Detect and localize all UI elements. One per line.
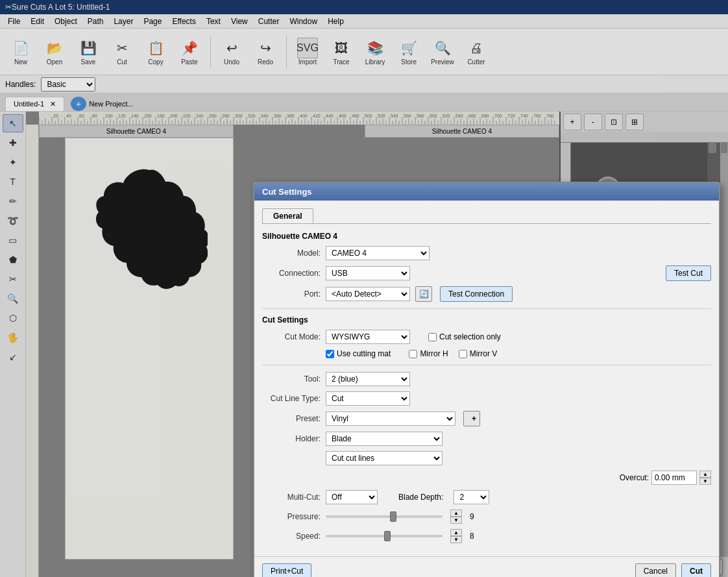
menu-path[interactable]: Path (82, 16, 109, 27)
transform-tool[interactable]: ✦ (3, 153, 23, 171)
test-cut-button[interactable]: Test Cut (666, 265, 711, 281)
open-button[interactable]: 📂 Open (39, 32, 70, 71)
use-mat-checkbox[interactable] (326, 350, 334, 358)
store-button[interactable]: 🛒 Store (393, 32, 424, 71)
pencil-tool[interactable]: ✏ (3, 192, 23, 210)
select-tool[interactable]: ↖ (3, 114, 23, 132)
trace-icon: 🖼 (331, 38, 352, 58)
cut-mode-select[interactable]: WYSIWYG Page Selection (326, 330, 410, 344)
toolbar-divider-2 (286, 36, 287, 68)
new-button[interactable]: 📄 New (5, 32, 36, 71)
save-button[interactable]: 💾 Save (73, 32, 104, 71)
import-button[interactable]: SVG Import (292, 32, 323, 71)
mirror-v-checkbox[interactable] (459, 350, 467, 358)
menu-file[interactable]: File (3, 16, 25, 27)
node-tool[interactable]: ✚ (3, 134, 23, 152)
multi-cut-select[interactable]: Off 2x 3x (326, 490, 378, 504)
preview-button[interactable]: 🔍 Preview (427, 32, 458, 71)
tool-select[interactable]: 2 (blue) 1 (red) (326, 372, 410, 386)
cut-mode-row: Cut Mode: WYSIWYG Page Selection Cut sel… (262, 330, 711, 344)
speed-down-button[interactable]: ▼ (450, 536, 462, 543)
speed-thumb[interactable] (384, 531, 391, 541)
svg-text:600: 600 (430, 114, 437, 118)
menu-help[interactable]: Help (322, 16, 349, 27)
new-project-label[interactable]: New Project... (89, 100, 133, 108)
cut-selection-checkbox[interactable] (428, 333, 437, 341)
menu-view[interactable]: View (226, 16, 253, 27)
pressure-up-button[interactable]: ▲ (450, 509, 462, 517)
menu-effects[interactable]: Effects (167, 16, 200, 27)
speed-up-button[interactable]: ▲ (450, 529, 462, 536)
overcut-down-button[interactable]: ▼ (699, 478, 711, 485)
cut-settings-dialog: Cut Settings General Silhouette CAMEO 4 … (253, 182, 720, 577)
preview-scrollbar-v-inner[interactable] (721, 143, 727, 153)
port-select[interactable]: <Auto Detect> (326, 287, 410, 301)
model-label: Model: (262, 249, 321, 258)
cut-line-type-select[interactable]: Cut Score Draw (326, 391, 410, 406)
cut-button[interactable]: ✂ Cut (106, 32, 138, 71)
connection-select[interactable]: USB Bluetooth (326, 266, 410, 280)
preview-zoom-in-button[interactable]: + (563, 114, 581, 130)
text-tool[interactable]: T (3, 173, 23, 191)
pan-tool[interactable]: 🖐 (3, 328, 23, 347)
menu-text[interactable]: Text (201, 16, 226, 27)
model-select[interactable]: CAMEO 4 CAMEO 3 Portrait 3 (326, 246, 430, 260)
cutter-button[interactable]: 🖨 Cutter (461, 32, 492, 71)
menu-cutter[interactable]: Cutter (253, 16, 285, 27)
refresh-button[interactable]: 🔄 (415, 286, 432, 302)
add-preset-button[interactable]: + (463, 411, 480, 426)
cut-cut-lines-select[interactable]: Cut cut lines Sketch cut lines (326, 451, 443, 465)
pressure-down-button[interactable]: ▼ (450, 517, 462, 524)
holder-select[interactable]: Blade Pen (326, 432, 443, 446)
blade-depth-select[interactable]: 2 1 3 4 5 (454, 490, 489, 504)
menu-page[interactable]: Page (138, 16, 167, 27)
mirror-h-checkbox[interactable] (409, 350, 417, 358)
tab-untitled[interactable]: Untitled-1 ✕ (5, 97, 64, 111)
menu-layer[interactable]: Layer (108, 16, 138, 27)
undo-icon: ↩ (221, 38, 242, 58)
rect-tool[interactable]: ▭ (3, 231, 23, 249)
preview-zoom-out-button[interactable]: - (584, 114, 602, 130)
new-project-icon[interactable]: + (71, 97, 86, 111)
preview-scrollbar-v-thumb[interactable] (709, 143, 716, 153)
poly-tool[interactable]: ⬡ (3, 309, 23, 327)
svg-text:100: 100 (105, 114, 113, 118)
cut-selection-label: Cut selection only (439, 332, 501, 341)
svg-text:700: 700 (494, 114, 502, 118)
menu-object[interactable]: Object (49, 16, 82, 27)
overcut-input[interactable] (651, 471, 697, 485)
preview-fit-button[interactable]: ⊡ (605, 114, 623, 130)
library-button[interactable]: 📚 Library (359, 32, 391, 71)
pressure-thumb[interactable] (390, 511, 396, 522)
tab-general[interactable]: General (262, 208, 313, 223)
color-tool[interactable]: ↙ (3, 348, 23, 366)
paste-button[interactable]: 📌 Paste (174, 32, 205, 71)
titlebar-icon: ✂ (5, 3, 12, 12)
redo-button[interactable]: ↪ Redo (250, 32, 281, 71)
eraser-tool[interactable]: ✂ (3, 270, 23, 288)
new-project-tab[interactable]: + New Project... (68, 97, 133, 111)
shape-tool[interactable]: ⬟ (3, 251, 23, 269)
svg-text:560: 560 (404, 114, 411, 118)
cut-action-button[interactable]: Cut (681, 563, 711, 577)
zoom-tool[interactable]: 🔍 (3, 289, 23, 308)
print-cut-button[interactable]: Print+Cut (262, 563, 311, 577)
svg-text:360: 360 (274, 114, 282, 118)
preview-scrollbar-v[interactable] (720, 143, 728, 548)
menu-window[interactable]: Window (284, 16, 322, 27)
menu-edit[interactable]: Edit (25, 16, 49, 27)
cut-mode-label: Cut Mode: (262, 332, 321, 341)
preview-zoom-fit-button[interactable]: ⊞ (625, 114, 644, 130)
svg-text:140: 140 (131, 114, 139, 118)
handles-select[interactable]: Basic Advanced (41, 77, 95, 92)
cancel-button[interactable]: Cancel (635, 563, 676, 577)
pen-tool[interactable]: ➰ (3, 212, 23, 230)
undo-button[interactable]: ↩ Undo (216, 32, 247, 71)
copy-button[interactable]: 📋 Copy (140, 32, 171, 71)
preset-select[interactable]: Vinyl Cardstock Heat Transfer (326, 411, 455, 426)
test-connection-button[interactable]: Test Connection (440, 286, 513, 302)
machine-name: Silhouette CAMEO 4 (262, 232, 711, 241)
trace-button[interactable]: 🖼 Trace (326, 32, 357, 71)
overcut-up-button[interactable]: ▲ (699, 471, 711, 478)
tab-close-icon[interactable]: ✕ (50, 100, 56, 108)
